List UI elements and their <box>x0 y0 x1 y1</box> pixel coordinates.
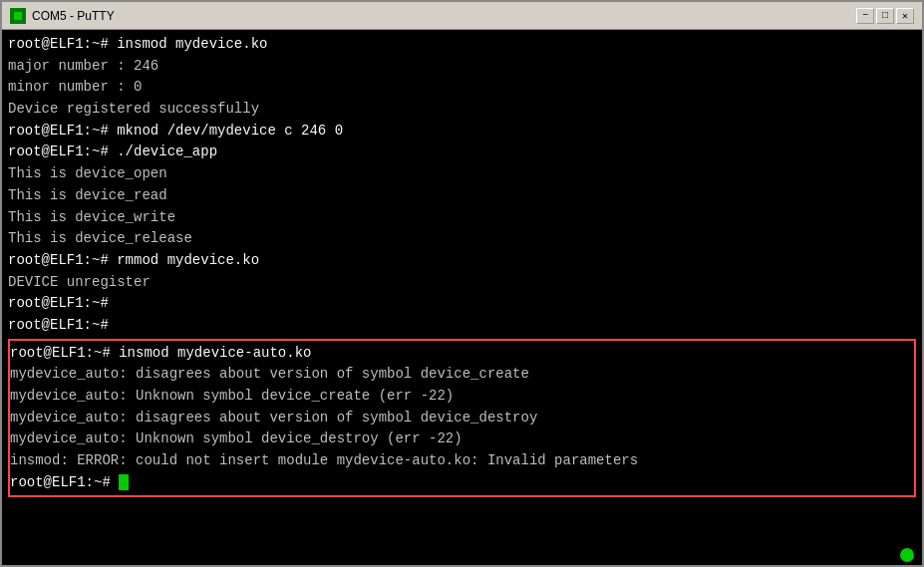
terminal-line: root@ELF1:~# <box>8 293 916 315</box>
close-button[interactable]: ✕ <box>896 8 914 24</box>
window-title: COM5 - PuTTY <box>32 9 850 23</box>
terminal-line: This is device_write <box>8 207 916 229</box>
terminal-line: root@ELF1:~# insmod mydevice.ko <box>8 34 916 56</box>
svg-rect-1 <box>14 12 22 20</box>
title-bar: COM5 - PuTTY − □ ✕ <box>2 2 922 30</box>
terminal-line: root@ELF1:~# <box>8 315 916 337</box>
error-line: mydevice_auto: Unknown symbol device_des… <box>10 428 914 450</box>
error-line: mydevice_auto: disagrees about version o… <box>10 364 914 386</box>
terminal-line: root@ELF1:~# rmmod mydevice.ko <box>8 250 916 272</box>
terminal-line: major number : 246 <box>8 56 916 78</box>
terminal-line: DEVICE unregister <box>8 272 916 294</box>
terminal-line: This is device_open <box>8 163 916 185</box>
terminal-line: This is device_read <box>8 185 916 207</box>
window-controls: − □ ✕ <box>856 8 914 24</box>
error-section: root@ELF1:~# insmod mydevice-auto.ko myd… <box>8 339 916 498</box>
minimize-button[interactable]: − <box>856 8 874 24</box>
terminal-prompt-line: root@ELF1:~# <box>10 472 914 494</box>
putty-icon <box>10 8 26 24</box>
status-bar <box>2 545 922 565</box>
terminal-line: root@ELF1:~# ./device_app <box>8 142 916 163</box>
connection-status-dot <box>900 548 914 562</box>
terminal-cursor <box>119 474 129 490</box>
terminal-line: minor number : 0 <box>8 77 916 99</box>
maximize-button[interactable]: □ <box>876 8 894 24</box>
error-command-line: root@ELF1:~# insmod mydevice-auto.ko <box>10 343 914 365</box>
putty-window: COM5 - PuTTY − □ ✕ root@ELF1:~# insmod m… <box>0 0 924 567</box>
terminal-line: This is device_release <box>8 228 916 250</box>
terminal-line: root@ELF1:~# mknod /dev/mydevice c 246 0 <box>8 121 916 142</box>
error-line: mydevice_auto: disagrees about version o… <box>10 408 914 429</box>
terminal-body[interactable]: root@ELF1:~# insmod mydevice.ko major nu… <box>2 30 922 545</box>
terminal-line: Device registered successfully <box>8 99 916 121</box>
error-line: insmod: ERROR: could not insert module m… <box>10 450 914 472</box>
error-line: mydevice_auto: Unknown symbol device_cre… <box>10 386 914 408</box>
